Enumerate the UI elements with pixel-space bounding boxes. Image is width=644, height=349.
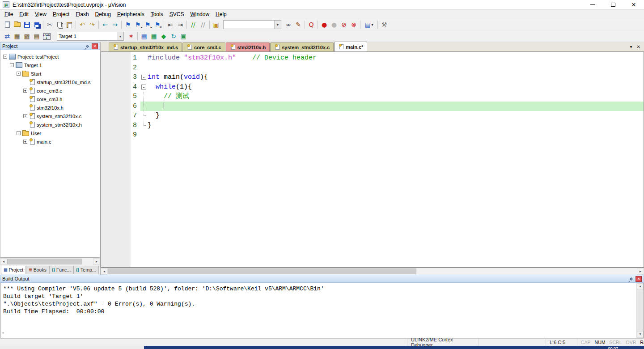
- tree-expander-icon[interactable]: +: [23, 114, 27, 118]
- project-panel-close-button[interactable]: ✕: [92, 43, 98, 49]
- code-line-4[interactable]: 4- while(1){: [101, 82, 644, 92]
- find-combobox-dropdown-icon[interactable]: ▼: [274, 21, 281, 29]
- tree-item-target-1[interactable]: -Target 1: [0, 61, 100, 69]
- project-tree-hscrollbar[interactable]: ◄ ►: [0, 258, 100, 265]
- tab-list-dropdown-icon[interactable]: ▾: [630, 44, 632, 49]
- save-icon[interactable]: [22, 20, 32, 30]
- rebuild-icon[interactable]: ▩: [22, 31, 32, 41]
- scroll-thumb[interactable]: [108, 268, 416, 274]
- tree-item-main-c[interactable]: +main.c: [0, 137, 100, 146]
- menu-svcs[interactable]: SVCS: [166, 10, 187, 18]
- menu-view[interactable]: View: [32, 10, 50, 18]
- find-icon[interactable]: ✎: [293, 20, 303, 30]
- editor-tab-stm32f10x-h[interactable]: stm32f10x.h: [226, 43, 270, 51]
- manage-project-items-icon[interactable]: ▤: [139, 31, 149, 41]
- close-button[interactable]: ✕: [623, 0, 644, 9]
- configure-icon[interactable]: ⚒: [379, 20, 389, 30]
- next-bookmark-icon[interactable]: ⚑▸: [143, 20, 153, 30]
- incremental-find-icon[interactable]: Q: [306, 20, 316, 30]
- find-in-files-icon[interactable]: ∞: [284, 20, 293, 30]
- code-line-7[interactable]: 7 }: [101, 111, 644, 121]
- code-line-2[interactable]: 2: [101, 63, 644, 73]
- translate-icon[interactable]: ⇄: [2, 31, 12, 41]
- tree-item-core-cm3-c[interactable]: +core_cm3.c: [0, 86, 100, 95]
- menu-window[interactable]: Window: [187, 10, 212, 18]
- tree-item-system-stm32f10x-c[interactable]: +system_stm32f10x.c: [0, 112, 100, 120]
- tree-item-stm32f10x-h[interactable]: stm32f10x.h: [0, 103, 100, 112]
- books-window-icon[interactable]: ▣: [178, 31, 188, 41]
- kill-all-breakpoints-icon[interactable]: ⊗: [349, 20, 359, 30]
- scroll-up-icon[interactable]: ▲: [637, 283, 644, 290]
- menu-tools[interactable]: Tools: [148, 10, 166, 18]
- scroll-track[interactable]: [7, 258, 93, 265]
- code-line-1[interactable]: 1#include "stm32f10x.h" // Device header: [101, 53, 644, 63]
- scroll-down-icon[interactable]: ▼: [637, 331, 644, 338]
- scroll-left-icon[interactable]: ◄: [2, 329, 4, 337]
- manage-rte-icon[interactable]: ◆: [159, 31, 169, 41]
- debug-windows-icon[interactable]: ▤▾: [362, 20, 376, 30]
- minimize-button[interactable]: [582, 0, 603, 9]
- build-output-close-button[interactable]: ✕: [636, 276, 642, 282]
- menu-file[interactable]: File: [1, 10, 16, 18]
- unindent-icon[interactable]: ⇤: [165, 20, 175, 30]
- pin-icon[interactable]: [630, 277, 633, 280]
- editor-tab-system-stm32f10x-c[interactable]: system_stm32f10x.c: [270, 43, 334, 51]
- scroll-left-icon[interactable]: ◄: [0, 258, 7, 265]
- menu-edit[interactable]: Edit: [16, 10, 32, 18]
- build-output-body[interactable]: *** Using Compiler 'V5.06 update 5 (buil…: [0, 283, 644, 338]
- tree-item-user[interactable]: -User: [0, 129, 100, 137]
- scroll-left-icon[interactable]: ◄: [101, 268, 108, 275]
- tree-expander-icon[interactable]: -: [3, 55, 7, 59]
- pack-installer-icon[interactable]: ↻: [169, 31, 178, 41]
- scroll-right-icon[interactable]: ►: [93, 258, 100, 265]
- tree-item-system-stm32f10x-h[interactable]: system_stm32f10x.h: [0, 120, 100, 129]
- tree-item-core-cm3-h[interactable]: core_cm3.h: [0, 95, 100, 103]
- tree-expander-icon[interactable]: -: [17, 72, 21, 76]
- editor-tab-main-c[interactable]: main.c*: [334, 42, 367, 51]
- navigate-back-icon[interactable]: ←: [100, 20, 110, 30]
- panel-tab-func[interactable]: {}Func...: [49, 266, 73, 274]
- code-area[interactable]: 1#include "stm32f10x.h" // Device header…: [101, 52, 644, 268]
- toggle-breakpoint-icon[interactable]: ●: [329, 20, 339, 30]
- find-combobox[interactable]: ▼: [223, 20, 281, 29]
- clear-bookmarks-icon[interactable]: ⚑✕: [153, 20, 162, 30]
- paste-icon[interactable]: [64, 20, 74, 30]
- previous-bookmark-icon[interactable]: ⚑◂: [133, 20, 143, 30]
- batch-build-icon[interactable]: ▤: [32, 31, 42, 41]
- build-output-vscrollbar[interactable]: ▲ ▼: [636, 283, 644, 338]
- navigate-forward-icon[interactable]: →: [110, 20, 120, 30]
- menu-project[interactable]: Project: [50, 10, 72, 18]
- tree-item-start[interactable]: -Start: [0, 69, 100, 78]
- tree-expander-icon[interactable]: +: [23, 89, 27, 93]
- panel-tab-books[interactable]: ≣Books: [26, 266, 49, 274]
- scroll-right-icon[interactable]: ►: [637, 268, 644, 275]
- menu-help[interactable]: Help: [212, 10, 230, 18]
- code-line-3[interactable]: 3-int main(void){: [101, 72, 644, 82]
- editor-tab-core-cm3-c[interactable]: core_cm3.c: [182, 43, 225, 51]
- software-packs-icon[interactable]: ▦: [149, 31, 159, 41]
- menu-peripherals[interactable]: Peripherals: [114, 10, 148, 18]
- maximize-button[interactable]: [603, 0, 623, 9]
- scroll-track[interactable]: [108, 268, 637, 275]
- code-line-5[interactable]: 5 // 测试: [101, 92, 644, 102]
- tree-expander-icon[interactable]: -: [10, 63, 14, 67]
- comment-icon[interactable]: //: [188, 20, 198, 30]
- editor-tab-startup-stm32f10x-md-s[interactable]: startup_stm32f10x_md.s: [109, 43, 182, 51]
- undo-icon[interactable]: ↶: [77, 20, 87, 30]
- insert-breakpoint-icon[interactable]: ●: [319, 20, 329, 30]
- tree-expander-icon[interactable]: -: [17, 131, 21, 135]
- download-icon[interactable]: [42, 31, 51, 41]
- cut-icon[interactable]: ✂: [45, 20, 55, 30]
- menu-debug[interactable]: Debug: [92, 10, 114, 18]
- fold-collapse-icon[interactable]: -: [141, 85, 146, 89]
- insert-bookmark-icon[interactable]: ⚑: [123, 20, 133, 30]
- tree-item-startup-stm32f10x-md-s[interactable]: startup_stm32f10x_md.s: [0, 78, 100, 86]
- disable-all-breakpoints-icon[interactable]: ⊘: [339, 20, 349, 30]
- target-combobox-dropdown-icon[interactable]: ▼: [117, 32, 123, 40]
- tab-close-icon[interactable]: ✕: [637, 44, 640, 49]
- options-for-target-icon[interactable]: ✶: [126, 31, 136, 41]
- tree-expander-icon[interactable]: +: [23, 140, 27, 144]
- fold-collapse-icon[interactable]: -: [141, 75, 146, 80]
- tree-item-project-testproject[interactable]: -Project: testProject: [0, 52, 100, 61]
- panel-tab-project[interactable]: ▤Project: [1, 266, 26, 274]
